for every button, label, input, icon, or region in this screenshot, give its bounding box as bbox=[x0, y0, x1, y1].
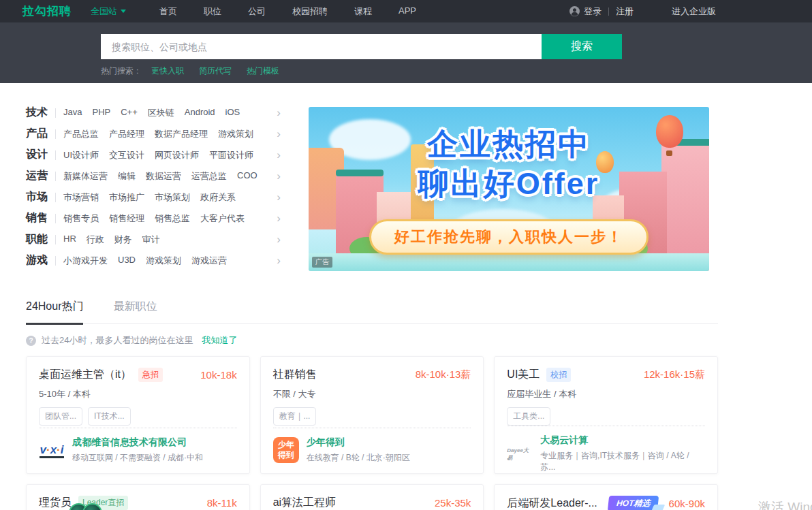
category-row-tech: 技术 Java PHP C++ 区块链 Android iOS › bbox=[26, 102, 285, 123]
nav-item-companies[interactable]: 公司 bbox=[247, 5, 267, 18]
banner-headline: 企业热招中 聊出好Offer bbox=[309, 125, 709, 203]
enterprise-entry-link[interactable]: 进入企业版 bbox=[672, 5, 716, 18]
hot-search-link[interactable]: 热门模板 bbox=[247, 65, 279, 77]
category-links: 产品总监 产品经理 数据产品经理 游戏策划 bbox=[63, 128, 253, 140]
category-link[interactable]: 产品总监 bbox=[63, 128, 99, 140]
user-icon bbox=[569, 6, 580, 16]
job-card[interactable]: ai算法工程师 25k-35k bbox=[260, 484, 484, 510]
company-logo-text: 少年 bbox=[278, 440, 294, 450]
chevron-right-icon[interactable]: › bbox=[277, 255, 285, 266]
job-title[interactable]: 理货员 bbox=[39, 496, 72, 510]
category-link[interactable]: iOS bbox=[225, 107, 240, 119]
hot-search-link[interactable]: 简历代写 bbox=[199, 65, 232, 77]
category-title[interactable]: 产品 bbox=[26, 127, 51, 141]
category-link[interactable]: HR bbox=[63, 234, 76, 246]
job-card[interactable]: 后端研发Leader-... HOT精选 60k-90k bbox=[494, 484, 718, 510]
windows-activation-watermark: 激活 Wind bbox=[758, 498, 812, 510]
notice-row: ? 过去24小时，最多人看过的岗位在这里 我知道了 bbox=[26, 334, 718, 347]
lagou-logo[interactable]: 拉勾招聘 bbox=[22, 3, 72, 19]
job-card[interactable]: 理货员 Leader直招 8k-11k bbox=[26, 484, 250, 510]
job-tags: 工具类... bbox=[507, 407, 705, 426]
company-name[interactable]: 少年得到 bbox=[307, 436, 410, 449]
nav-item-courses[interactable]: 课程 bbox=[353, 5, 373, 18]
category-title[interactable]: 销售 bbox=[26, 211, 51, 225]
category-link[interactable]: 数据运营 bbox=[146, 170, 181, 182]
category-title[interactable]: 技术 bbox=[26, 106, 51, 120]
nav-item-home[interactable]: 首页 bbox=[158, 5, 178, 18]
company-logo-text: 得到 bbox=[278, 450, 294, 460]
category-link[interactable]: 销售专员 bbox=[63, 212, 99, 225]
company-name[interactable]: 大易云计算 bbox=[540, 434, 705, 447]
login-link[interactable]: 登录 bbox=[584, 5, 602, 18]
company-name[interactable]: 成都维音信息技术有限公司 bbox=[72, 436, 203, 449]
search-bar: 搜索 bbox=[101, 22, 812, 59]
category-title[interactable]: 游戏 bbox=[26, 253, 51, 268]
job-title[interactable]: 桌面运维主管（it） bbox=[39, 368, 131, 382]
category-link[interactable]: C++ bbox=[121, 107, 138, 119]
job-card-head: UI美工 校招 12k-16k·15薪 bbox=[507, 368, 705, 382]
hot-search-link[interactable]: 更快入职 bbox=[151, 65, 184, 77]
category-link[interactable]: 游戏运营 bbox=[191, 255, 227, 267]
category-link[interactable]: 网页设计师 bbox=[155, 149, 199, 161]
job-card[interactable]: 社群销售 8k-10k·13薪 不限 / 大专 教育｜... 少年 得到 少年得… bbox=[260, 356, 484, 474]
category-title[interactable]: 职能 bbox=[26, 232, 51, 246]
category-link[interactable]: 市场推广 bbox=[109, 191, 144, 204]
category-link[interactable]: 财务 bbox=[114, 234, 132, 246]
job-title[interactable]: ai算法工程师 bbox=[273, 496, 336, 510]
notice-dismiss-link[interactable]: 我知道了 bbox=[202, 334, 237, 347]
category-link[interactable]: 销售总监 bbox=[155, 212, 190, 225]
register-link[interactable]: 注册 bbox=[616, 5, 634, 18]
category-title[interactable]: 运营 bbox=[26, 169, 51, 183]
category-link[interactable]: 产品经理 bbox=[109, 128, 144, 140]
tab-newest-jobs[interactable]: 最新职位 bbox=[113, 300, 157, 323]
banner-illustration bbox=[309, 253, 709, 271]
category-link[interactable]: COO bbox=[237, 170, 257, 182]
promo-banner[interactable]: 企业热招中 聊出好Offer 好工作抢先聊，入职快人一步！ 广告 bbox=[309, 107, 709, 271]
job-title[interactable]: 后端研发Leader-... bbox=[507, 496, 597, 510]
category-link[interactable]: U3D bbox=[118, 255, 136, 267]
tab-24hour-hot[interactable]: 24Hour热门 bbox=[26, 300, 83, 325]
category-link[interactable]: 行政 bbox=[87, 234, 104, 246]
chevron-right-icon[interactable]: › bbox=[277, 234, 285, 245]
chevron-right-icon[interactable]: › bbox=[277, 128, 285, 140]
chevron-right-icon[interactable]: › bbox=[277, 170, 285, 182]
category-title[interactable]: 市场 bbox=[26, 190, 51, 204]
category-link[interactable]: 运营总监 bbox=[191, 170, 227, 182]
nav-item-jobs[interactable]: 职位 bbox=[202, 5, 223, 18]
site-switcher[interactable]: 全国站 bbox=[91, 5, 126, 18]
category-link[interactable]: 政府关系 bbox=[200, 191, 236, 204]
chevron-right-icon[interactable]: › bbox=[277, 149, 285, 161]
category-link[interactable]: 数据产品经理 bbox=[155, 128, 208, 140]
category-link[interactable]: 编辑 bbox=[118, 170, 136, 182]
search-button[interactable]: 搜索 bbox=[542, 34, 622, 59]
nav-item-app[interactable]: APP bbox=[397, 5, 418, 18]
job-title[interactable]: UI美工 bbox=[507, 368, 540, 382]
category-link[interactable]: Java bbox=[63, 107, 82, 119]
category-link[interactable]: Android bbox=[185, 107, 215, 119]
category-link[interactable]: 游戏策划 bbox=[146, 255, 181, 267]
category-link[interactable]: 小游戏开发 bbox=[63, 255, 108, 267]
chevron-right-icon[interactable]: › bbox=[277, 191, 285, 203]
job-card[interactable]: 桌面运维主管（it） 急招 10k-18k 5-10年 / 本科 团队管... … bbox=[26, 356, 250, 474]
category-link[interactable]: 销售经理 bbox=[109, 212, 144, 225]
job-card[interactable]: UI美工 校招 12k-16k·15薪 应届毕业生 / 本科 工具类... Da… bbox=[494, 356, 718, 474]
job-title[interactable]: 社群销售 bbox=[273, 368, 317, 382]
category-link[interactable]: 市场营销 bbox=[63, 191, 99, 204]
divider bbox=[55, 172, 56, 181]
category-link[interactable]: 审计 bbox=[142, 234, 160, 246]
category-link[interactable]: 区块链 bbox=[148, 107, 174, 119]
job-salary: 25k-35k bbox=[435, 497, 471, 509]
category-link[interactable]: 游戏策划 bbox=[218, 128, 253, 140]
category-link[interactable]: 平面设计师 bbox=[209, 149, 253, 161]
category-link[interactable]: 新媒体运营 bbox=[63, 170, 108, 182]
search-input[interactable] bbox=[101, 34, 542, 59]
nav-item-campus[interactable]: 校园招聘 bbox=[291, 5, 329, 18]
category-link[interactable]: UI设计师 bbox=[63, 149, 99, 161]
category-link[interactable]: 市场策划 bbox=[155, 191, 190, 204]
chevron-right-icon[interactable]: › bbox=[277, 107, 285, 118]
category-link[interactable]: 大客户代表 bbox=[200, 212, 245, 225]
chevron-right-icon[interactable]: › bbox=[277, 212, 285, 224]
category-title[interactable]: 设计 bbox=[26, 148, 51, 162]
category-link[interactable]: 交互设计 bbox=[109, 149, 144, 161]
category-link[interactable]: PHP bbox=[92, 107, 110, 119]
